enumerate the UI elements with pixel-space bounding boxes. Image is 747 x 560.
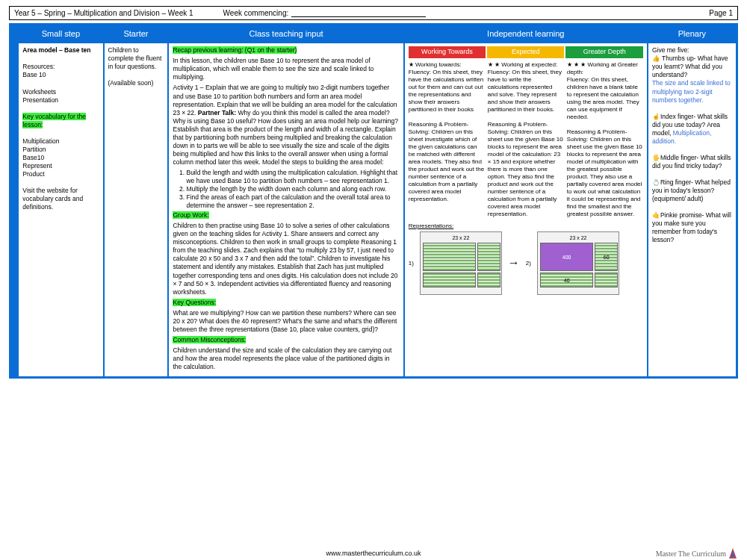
arrow-icon: →: [508, 255, 520, 271]
footer-url: www.masterthecurriculum.co.uk: [0, 550, 747, 557]
label-greater-depth: Greater Depth: [565, 46, 642, 58]
representation-2: 23 x 22 40060 40: [537, 231, 619, 295]
starter-cell: Children to complete the fluent in four …: [104, 43, 169, 377]
col-plenary: Plenary: [648, 25, 737, 43]
planning-table: Small step Starter Class teaching input …: [9, 23, 738, 379]
doc-title: Year 5 – Spring – Multiplication and Div…: [14, 9, 193, 17]
col-smallstep: Small step: [18, 25, 103, 43]
label-working-towards: Working Towards: [409, 46, 486, 58]
teaching-cell: Recap previous learning: (Q1 on the star…: [168, 43, 403, 377]
brand-logo: Master The Curriculum: [656, 548, 737, 559]
greater-depth-text: ★ ★ ★ Working at Greater depth: Fluency:…: [567, 61, 643, 218]
col-independent: Independent learning: [404, 25, 648, 43]
working-towards-text: ★ Working towards: Fluency: On this shee…: [409, 61, 485, 218]
representation-1: 23 x 22: [420, 231, 502, 295]
smallstep-cell: Area model – Base ten Resources: Base 10…: [18, 43, 103, 377]
col-starter: Starter: [104, 25, 169, 43]
col-teaching: Class teaching input: [168, 25, 403, 43]
label-expected: Expected: [487, 46, 564, 58]
week-commencing: Week commencing:: [223, 9, 427, 17]
expected-text: ★ ★ Working at expected: Fluency: On thi…: [488, 61, 564, 218]
page-number: Page 1: [709, 9, 733, 17]
representations: Representations: 1) 23 x 22 → 2) 23 x 22: [409, 223, 643, 295]
plenary-cell: Give me five: 👍 Thumbs up- What have you…: [648, 43, 737, 377]
flame-icon: [729, 548, 737, 559]
independent-cell: Working Towards Expected Greater Depth ★…: [404, 43, 648, 377]
page-header: Year 5 – Spring – Multiplication and Div…: [9, 6, 738, 20]
